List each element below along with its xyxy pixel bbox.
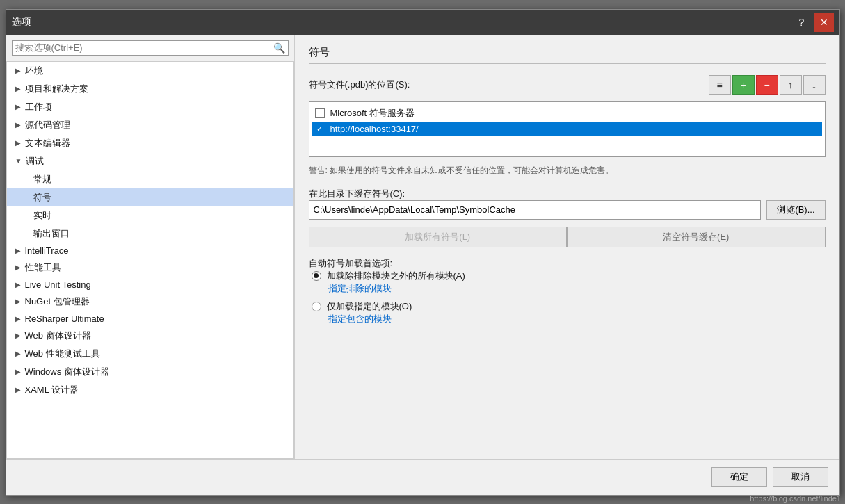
radio2-label: 仅加载指定的模块(O): [327, 300, 412, 313]
tree-item-arrow-winform: ▶: [15, 368, 21, 375]
pdb-text-0: Microsoft 符号服务器: [330, 107, 415, 120]
tree-item-arrow-workitem: ▶: [15, 103, 21, 111]
tree-item-label-resharper: ReSharper Ultimate: [25, 314, 104, 324]
tree-item-label-perf: 性能工具: [25, 261, 61, 274]
tree-item-label-xaml: XAML 设计器: [25, 384, 79, 396]
tree-item-webform[interactable]: ▶Web 窗体设计器: [7, 327, 293, 345]
radio1-button[interactable]: [312, 271, 321, 281]
tree-item-arrow-webperf: ▶: [15, 350, 21, 357]
list-btn[interactable]: ≡: [709, 75, 731, 95]
auto-load-label: 自动符号加载首选项:: [309, 257, 826, 270]
tree-item-arrow-project: ▶: [15, 85, 21, 92]
tree-item-label-debug-symbol: 符号: [33, 191, 51, 204]
tree-item-xaml[interactable]: ▶XAML 设计器: [7, 381, 293, 399]
cache-dir-input[interactable]: [309, 200, 762, 220]
tree-item-arrow-xaml: ▶: [15, 386, 21, 393]
title-bar: 选项 ? ✕: [6, 10, 839, 35]
pdb-checkbox-1[interactable]: [315, 124, 325, 133]
tree-item-debug-realtime[interactable]: 实时: [7, 206, 293, 225]
pdb-location-label: 符号文件(.pdb)的位置(S):: [309, 79, 410, 91]
tree-item-arrow-env: ▶: [15, 67, 21, 74]
browse-button[interactable]: 浏览(B)...: [766, 200, 825, 220]
tree-item-label-winform: Windows 窗体设计器: [25, 366, 109, 378]
tree-item-arrow-webform: ▶: [15, 332, 21, 339]
radio2-link[interactable]: 指定包含的模块: [328, 314, 392, 324]
dialog-title: 选项: [12, 16, 31, 29]
tree-item-debug-output[interactable]: 输出窗口: [7, 225, 293, 243]
help-button[interactable]: ?: [792, 13, 812, 32]
tree-item-nuget[interactable]: ▶NuGet 包管理器: [7, 293, 293, 311]
bottom-bar: 确定 取消: [6, 459, 839, 495]
pdb-list: Microsoft 符号服务器http://localhost:33417/: [309, 101, 826, 157]
cancel-button[interactable]: 取消: [773, 467, 828, 487]
tree-item-resharper[interactable]: ▶ReSharper Ultimate: [7, 311, 293, 327]
tree-item-texteditor[interactable]: ▶文本编辑器: [7, 134, 293, 152]
cache-dir-section: 在此目录下缓存符号(C): 浏览(B)...: [309, 184, 826, 220]
tree-item-arrow-texteditor: ▶: [15, 139, 21, 147]
tree-item-label-debug-output: 输出窗口: [33, 227, 70, 240]
pdb-row-0[interactable]: Microsoft 符号服务器: [312, 105, 822, 122]
radio2-section: 仅加载指定的模块(O) 指定包含的模块: [312, 300, 826, 325]
tree-item-arrow-intellitrace: ▶: [15, 247, 21, 254]
tree-item-workitem[interactable]: ▶工作项: [7, 98, 293, 116]
left-panel: 🔍 ▶环境▶项目和解决方案▶工作项▶源代码管理▶文本编辑器▼调试常规符号实时输出…: [6, 35, 295, 459]
radio1-link[interactable]: 指定排除的模块: [328, 283, 392, 293]
watermark: https://blog.csdn.net/linde1: [750, 494, 841, 503]
pdb-row-1[interactable]: http://localhost:33417/: [312, 122, 822, 136]
radio2-button[interactable]: [312, 302, 321, 311]
tree-item-label-env: 环境: [25, 65, 43, 77]
radio2-row[interactable]: 仅加载指定的模块(O): [312, 300, 826, 313]
tree-item-env[interactable]: ▶环境: [7, 62, 293, 80]
tree-item-project[interactable]: ▶项目和解决方案: [7, 80, 293, 98]
tree-item-arrow-nuget: ▶: [15, 298, 21, 305]
add-btn[interactable]: +: [732, 75, 755, 95]
tree-item-arrow-liveunit: ▶: [15, 281, 21, 288]
down-btn[interactable]: ↓: [803, 75, 826, 95]
clear-cache-button[interactable]: 清空符号缓存(E): [567, 227, 826, 247]
search-input[interactable]: [15, 42, 273, 53]
tree-item-label-intellitrace: IntelliTrace: [25, 245, 69, 256]
tree-item-intellitrace[interactable]: ▶IntelliTrace: [7, 243, 293, 259]
pdb-text-1: http://localhost:33417/: [330, 124, 419, 134]
radio1-section: 加载除排除模块之外的所有模块(A) 指定排除的模块: [312, 270, 826, 295]
pdb-checkbox-0[interactable]: [315, 108, 325, 118]
tree-item-label-debug-realtime: 实时: [33, 209, 51, 222]
tree-item-label-project: 项目和解决方案: [25, 83, 88, 95]
tree-item-source[interactable]: ▶源代码管理: [7, 116, 293, 134]
tree-item-arrow-source: ▶: [15, 121, 21, 129]
search-box[interactable]: 🔍: [12, 40, 289, 56]
search-icon: 🔍: [273, 42, 285, 54]
tree-item-label-liveunit: Live Unit Testing: [25, 279, 91, 290]
tree-item-arrow-perf: ▶: [15, 263, 21, 271]
tree-container[interactable]: ▶环境▶项目和解决方案▶工作项▶源代码管理▶文本编辑器▼调试常规符号实时输出窗口…: [6, 61, 294, 459]
close-button[interactable]: ✕: [814, 13, 834, 32]
auto-load-section: 自动符号加载首选项: 加载除排除模块之外的所有模块(A) 指定排除的模块 仅加载…: [309, 254, 826, 325]
tree-item-debug[interactable]: ▼调试: [7, 152, 293, 170]
tree-item-webperf[interactable]: ▶Web 性能测试工具: [7, 345, 293, 363]
tree-item-winform[interactable]: ▶Windows 窗体设计器: [7, 363, 293, 381]
tree-item-label-webperf: Web 性能测试工具: [25, 348, 100, 360]
radio1-label: 加载除排除模块之外的所有模块(A): [327, 270, 465, 282]
tree-item-label-webform: Web 窗体设计器: [25, 330, 91, 342]
tree-item-label-source: 源代码管理: [25, 119, 70, 131]
tree-item-arrow-resharper: ▶: [15, 315, 21, 323]
radio1-row[interactable]: 加载除排除模块之外的所有模块(A): [312, 270, 826, 282]
tree-item-label-workitem: 工作项: [25, 101, 52, 113]
right-panel: 符号 符号文件(.pdb)的位置(S): ≡ + − ↑ ↓ Microsoft…: [295, 35, 839, 459]
tree-item-debug-general[interactable]: 常规: [7, 170, 293, 188]
load-all-button[interactable]: 加载所有符号(L): [309, 227, 568, 247]
pdb-location-section: 符号文件(.pdb)的位置(S): ≡ + − ↑ ↓ Microsoft 符号…: [309, 75, 826, 157]
title-controls: ? ✕: [792, 13, 834, 32]
tree-item-arrow-debug: ▼: [15, 157, 22, 165]
tree-item-label-texteditor: 文本编辑器: [25, 137, 70, 149]
cache-dir-row: 浏览(B)...: [309, 200, 826, 220]
toolbar-row: ≡ + − ↑ ↓: [709, 75, 826, 95]
remove-btn[interactable]: −: [756, 75, 778, 95]
tree-item-perf[interactable]: ▶性能工具: [7, 259, 293, 277]
action-buttons: 加载所有符号(L) 清空符号缓存(E): [309, 227, 826, 247]
tree-item-liveunit[interactable]: ▶Live Unit Testing: [7, 277, 293, 293]
up-btn[interactable]: ↑: [780, 75, 802, 95]
cache-dir-label: 在此目录下缓存符号(C):: [309, 188, 826, 200]
ok-button[interactable]: 确定: [711, 467, 767, 487]
tree-item-debug-symbol[interactable]: 符号: [7, 188, 293, 206]
